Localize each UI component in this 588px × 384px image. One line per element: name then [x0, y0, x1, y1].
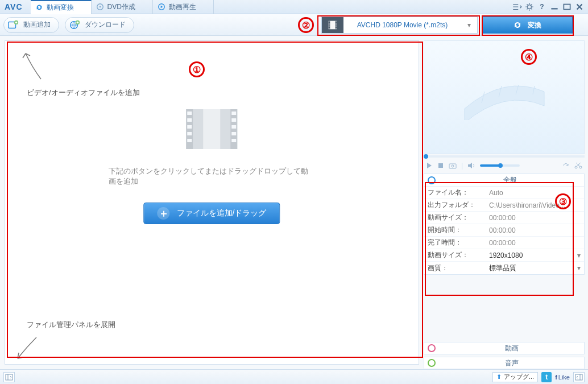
download-button[interactable]: ダウンロード	[65, 17, 134, 33]
menu-icon[interactable]	[512, 2, 522, 12]
svg-rect-26	[438, 163, 443, 168]
callout-4: ④	[521, 49, 537, 65]
refresh-icon	[35, 3, 43, 11]
info-title: 全般	[439, 175, 581, 185]
camera-icon[interactable]	[449, 162, 457, 169]
play-icon[interactable]	[426, 162, 433, 169]
duration-value: 00:00:00	[486, 214, 584, 222]
svg-rect-25	[232, 139, 237, 142]
output-format-select[interactable]: AVCHD 1080P Movie (*.m2ts) ▾	[321, 16, 478, 34]
gear-icon[interactable]	[524, 2, 535, 12]
tab-label: 動画変換	[47, 3, 74, 13]
video-panel-header[interactable]: 動画	[424, 342, 585, 354]
app-logo: AVC	[0, 2, 31, 11]
tab-label: 動画再生	[169, 2, 196, 12]
add-video-icon	[7, 19, 19, 31]
add-files-label: ファイルを追加/ドラッグ	[177, 208, 267, 218]
svg-point-3	[528, 5, 532, 9]
svg-rect-24	[232, 132, 237, 135]
arrow-up-icon	[15, 48, 49, 82]
video-progress[interactable]	[424, 155, 585, 158]
svg-rect-20	[188, 139, 192, 142]
svg-rect-16	[188, 112, 192, 115]
svg-rect-14	[231, 109, 238, 149]
upgrade-button[interactable]: ⬆ アップグ...	[492, 372, 538, 382]
facebook-like-button[interactable]: f Like	[555, 374, 570, 381]
svg-rect-23	[232, 125, 237, 129]
play-icon	[158, 3, 165, 11]
film-strip-icon	[322, 17, 343, 33]
tab-label: DVD作成	[107, 2, 135, 12]
svg-rect-13	[187, 109, 193, 149]
info-row-duration: 動画サイズ：00:00:00	[424, 212, 584, 224]
status-bar: ⬆ アップグ... t f Like	[0, 369, 588, 384]
svg-rect-21	[232, 112, 237, 115]
chevron-down-icon: ▾	[577, 251, 581, 259]
info-panel-general: 全般 ファイル名：Auto 出力フォルダ：C:\Users\hironari\V…	[424, 174, 585, 275]
hint-expand-panel: ファイル管理パネルを展開	[27, 320, 115, 330]
info-row-start: 開始時間：00:00:00	[424, 224, 584, 237]
close-button[interactable]	[574, 2, 585, 12]
speaker-icon[interactable]	[467, 162, 475, 169]
convert-label: 変換	[528, 20, 541, 30]
download-label: ダウンロード	[85, 20, 126, 30]
cut-icon[interactable]	[574, 162, 582, 169]
globe-plus-icon	[69, 19, 80, 31]
convert-button[interactable]: 変換	[482, 16, 573, 34]
maximize-button[interactable]	[562, 2, 572, 12]
plus-icon: ＋	[158, 207, 170, 220]
svg-point-1	[99, 6, 101, 8]
tab-video-play[interactable]: 動画再生	[153, 0, 214, 14]
film-placeholder-icon	[181, 104, 243, 155]
titlebar: AVC 動画変換 DVD作成 動画再生 ?	[0, 0, 588, 14]
drop-zone[interactable]: ビデオ/オーディオファイルを追加 下記のボタンをクリックしてまたはドラッグドロッ…	[5, 40, 419, 365]
info-header[interactable]: 全般	[424, 174, 584, 187]
callout-3: ③	[555, 193, 571, 209]
up-arrow-icon: ⬆	[496, 373, 502, 381]
add-video-button[interactable]: 動画追加	[3, 17, 59, 33]
info-row-resolution: 動画サイズ：1920x1080▾	[424, 249, 584, 262]
minimize-button[interactable]	[549, 2, 560, 12]
panel-toggle-button[interactable]	[3, 372, 15, 382]
audio-panel-header[interactable]: 音声	[424, 357, 585, 369]
player-controls: |	[424, 159, 585, 172]
svg-point-28	[452, 165, 454, 167]
main-area: ビデオ/オーディオファイルを追加 下記のボタンをクリックしてまたはドラッグドロッ…	[0, 36, 588, 369]
audio-dot-icon	[428, 359, 436, 367]
end-value: 00:00:00	[486, 239, 584, 247]
window-controls: ?	[512, 2, 588, 12]
tab-dvd-create[interactable]: DVD作成	[92, 0, 153, 14]
volume-slider[interactable]	[480, 164, 520, 167]
add-files-button[interactable]: ＋ ファイルを追加/ドラッグ	[144, 203, 280, 224]
info-row-end: 完了時間：00:00:00	[424, 237, 584, 249]
svg-rect-18	[188, 125, 192, 129]
format-label: AVCHD 1080P Movie (*.m2ts)	[343, 21, 461, 29]
stop-icon[interactable]	[437, 162, 444, 169]
svg-rect-19	[188, 132, 192, 135]
svg-rect-27	[449, 164, 456, 168]
svg-rect-4	[564, 5, 570, 10]
svg-rect-22	[232, 118, 237, 122]
refresh-icon	[513, 20, 522, 30]
toolbar: 動画追加 ダウンロード AVCHD 1080P Movie (*.m2ts) ▾…	[0, 14, 588, 36]
add-video-label: 動画追加	[23, 20, 51, 30]
twitter-icon[interactable]: t	[541, 372, 552, 382]
callout-1: ①	[189, 61, 205, 77]
quality-select[interactable]: 標準品質▾	[486, 263, 584, 273]
disc-icon	[96, 3, 104, 11]
hint-add-files: ビデオ/オーディオファイルを追加	[27, 88, 140, 98]
panel-toggle-right-button[interactable]	[573, 372, 585, 382]
arrow-down-icon	[11, 335, 45, 363]
svg-rect-17	[188, 118, 192, 122]
film-curl-icon	[459, 75, 550, 120]
rotate-icon[interactable]	[562, 162, 570, 169]
callout-2: ②	[298, 17, 314, 33]
video-dot-icon	[428, 344, 436, 352]
help-icon[interactable]: ?	[537, 2, 547, 12]
svg-rect-15	[204, 109, 221, 149]
filename-value: Auto	[486, 189, 584, 197]
resolution-select[interactable]: 1920x1080▾	[486, 251, 584, 259]
chevron-down-icon: ▾	[461, 21, 477, 29]
info-icon	[428, 176, 436, 184]
tab-video-convert[interactable]: 動画変換	[31, 0, 92, 14]
